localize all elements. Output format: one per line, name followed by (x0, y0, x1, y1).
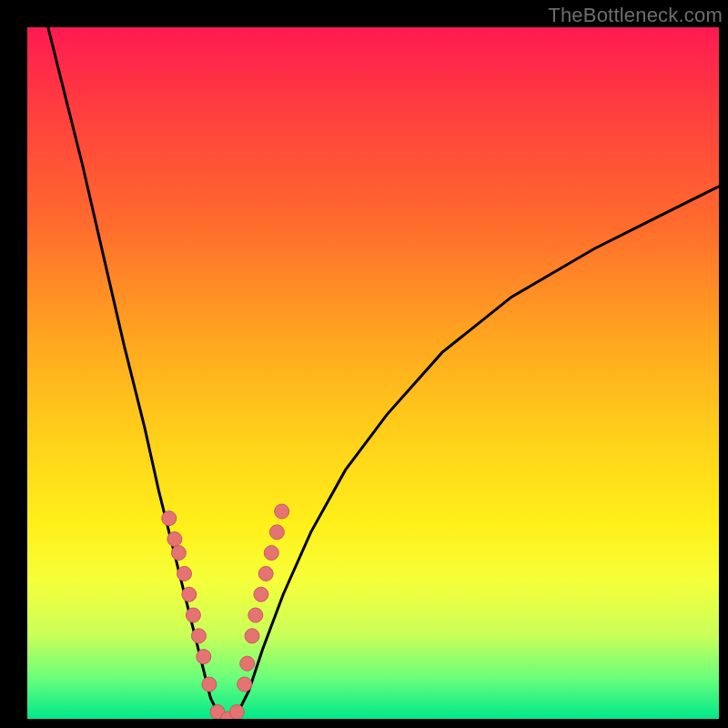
valley-dot (254, 587, 268, 602)
curve-right-branch (235, 187, 719, 719)
valley-dot (264, 546, 278, 561)
valley-dot (275, 504, 289, 519)
valley-dot (245, 629, 259, 643)
dots-group (162, 504, 289, 719)
valley-dot (167, 531, 182, 546)
valley-dot (186, 608, 200, 622)
valley-dot (202, 677, 217, 692)
valley-dot (171, 546, 186, 561)
valley-dot (182, 587, 197, 602)
valley-dot (177, 566, 192, 581)
valley-dot (240, 656, 255, 671)
valley-dot (162, 511, 177, 526)
watermark-text: TheBottleneck.com (548, 4, 723, 27)
curve-group (48, 27, 719, 719)
valley-dot (197, 650, 211, 664)
curve-svg (27, 27, 719, 719)
plot-area (27, 27, 719, 719)
valley-dot (269, 525, 284, 540)
valley-dot (191, 629, 206, 643)
valley-dot (258, 566, 273, 581)
chart-frame: TheBottleneck.com (0, 0, 728, 728)
valley-dot (248, 608, 263, 622)
valley-dot (229, 704, 244, 719)
valley-dot (238, 677, 252, 692)
